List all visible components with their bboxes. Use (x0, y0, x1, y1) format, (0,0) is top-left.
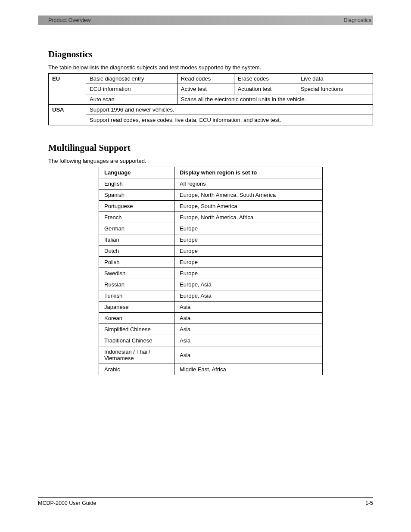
table-cell: Arabic (99, 364, 174, 375)
table-cell: Spanish (99, 190, 174, 201)
table-cell: Live data (297, 74, 373, 84)
table-cell: Dutch (99, 246, 174, 257)
table-cell: All regions (174, 178, 323, 190)
table-row: DutchEurope (99, 246, 323, 257)
table-row: Support read codes, erase codes, live da… (49, 115, 373, 125)
section-caption: The table below lists the diagnostic sub… (48, 64, 373, 71)
row-group-head: USA (49, 105, 86, 125)
page-footer: MCDP-2000 User Guide 1-5 (38, 497, 373, 506)
table-cell: Europe, Asia (174, 290, 323, 302)
table-cell: Support read codes, erase codes, live da… (86, 115, 373, 125)
diagnostics-table: EU Basic diagnostic entry Read codes Era… (48, 73, 373, 125)
table-cell: Europe, Asia (174, 279, 323, 290)
footer-left: MCDP-2000 User Guide (38, 500, 96, 506)
table-row: EnglishAll regions (99, 178, 323, 190)
table-row: FrenchEurope, North America, Africa (99, 212, 323, 223)
table-header: Display when region is set to (174, 167, 323, 178)
table-cell: Europe (174, 223, 323, 234)
table-cell: Korean (99, 313, 174, 324)
table-cell: Russian (99, 279, 174, 290)
table-row: PortugueseEurope, South America (99, 201, 323, 212)
table-cell: Turkish (99, 290, 174, 302)
running-head-left: Product Overview (48, 17, 91, 23)
table-row: Auto scan Scans all the electronic contr… (49, 94, 373, 105)
table-cell: Europe (174, 257, 323, 268)
table-cell: Special functions (297, 84, 373, 94)
table-row: TurkishEurope, Asia (99, 290, 323, 302)
table-cell: Erase codes (234, 74, 297, 84)
table-cell: Italian (99, 234, 174, 246)
table-cell: Auto scan (86, 94, 177, 105)
table-cell: Europe, North America, Africa (174, 212, 323, 223)
table-cell: Asia (174, 324, 323, 335)
table-row: Language Display when region is set to (99, 167, 323, 178)
table-row: ECU information Active test Actuation te… (49, 84, 373, 94)
table-cell: English (99, 178, 174, 190)
table-cell: Europe, North America, South America (174, 190, 323, 201)
table-cell: Support 1996 and newer vehicles. (86, 105, 373, 115)
table-cell: Swedish (99, 268, 174, 279)
table-cell: Asia (174, 302, 323, 313)
table-cell: Europe (174, 246, 323, 257)
table-cell: ECU information (86, 84, 177, 94)
table-row: KoreanAsia (99, 313, 323, 324)
table-cell: Europe (174, 234, 323, 246)
table-row: SwedishEurope (99, 268, 323, 279)
table-row: Indonesian / Thai / VietnameseAsia (99, 346, 323, 364)
table-cell: Asia (174, 335, 323, 346)
language-table: Language Display when region is set to E… (99, 167, 323, 375)
footer-right: 1-5 (365, 500, 373, 506)
table-row: PolishEurope (99, 257, 323, 268)
table-row: SpanishEurope, North America, South Amer… (99, 190, 323, 201)
table-cell: Middle East, Africa (174, 364, 323, 375)
table-cell: Indonesian / Thai / Vietnamese (99, 346, 174, 364)
table-row: ItalianEurope (99, 234, 323, 246)
section-title: Multilingual Support (48, 143, 373, 153)
table-cell: Simplified Chinese (99, 324, 174, 335)
table-row: JapaneseAsia (99, 302, 323, 313)
table-cell: Asia (174, 346, 323, 364)
table-row: ArabicMiddle East, Africa (99, 364, 323, 375)
table-cell: Active test (177, 84, 234, 94)
table-cell: Polish (99, 257, 174, 268)
table-row: GermanEurope (99, 223, 323, 234)
table-cell: Europe (174, 268, 323, 279)
table-cell: German (99, 223, 174, 234)
table-cell: Read codes (177, 74, 234, 84)
table-row: Simplified ChineseAsia (99, 324, 323, 335)
section-caption: The following languages are supported. (48, 158, 373, 164)
table-cell: Europe, South America (174, 201, 323, 212)
table-cell: Scans all the electronic control units i… (177, 94, 373, 105)
table-cell: Japanese (99, 302, 174, 313)
table-cell: Basic diagnostic entry (86, 74, 177, 84)
table-header: Language (99, 167, 174, 178)
table-row: Traditional ChineseAsia (99, 335, 323, 346)
section-title: Diagnostics (48, 49, 373, 60)
table-cell: Portuguese (99, 201, 174, 212)
table-row: USA Support 1996 and newer vehicles. (49, 105, 373, 115)
table-cell: Asia (174, 313, 323, 324)
table-row: EU Basic diagnostic entry Read codes Era… (49, 74, 373, 84)
running-head: Product Overview Diagnostics (38, 17, 373, 23)
table-cell: Actuation test (234, 84, 297, 94)
table-cell: Traditional Chinese (99, 335, 174, 346)
row-group-head: EU (49, 74, 86, 105)
running-head-right: Diagnostics (343, 17, 371, 23)
table-cell: French (99, 212, 174, 223)
table-row: RussianEurope, Asia (99, 279, 323, 290)
